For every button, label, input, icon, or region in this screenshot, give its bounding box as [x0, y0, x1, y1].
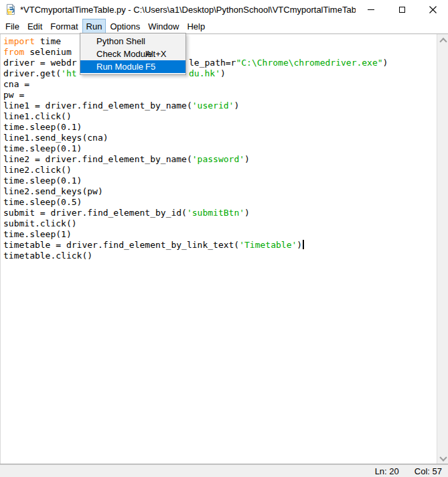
menu-item-label: Python Shell	[96, 36, 145, 46]
statusbar: Ln: 20 Col: 57	[0, 464, 448, 477]
text-cursor	[303, 240, 304, 249]
code-line: import time	[1, 36, 437, 47]
menu-item-python-shell[interactable]: Python Shell	[80, 35, 185, 48]
code-line: line1.send_keys(cna)	[1, 133, 437, 143]
menu-file[interactable]: File	[1, 19, 23, 33]
code-line: timetable = driver.find_element_by_link_…	[1, 240, 437, 251]
menu-item-shortcut: Alt+X	[145, 48, 166, 60]
code-line-tail: le_path=r"C:\Chrome\chromedriver.exe")	[189, 58, 388, 68]
code-line: driver.get('htdu.hk')	[1, 68, 437, 79]
code-line: driver = webdrle_path=r"C:\Chrome\chrome…	[1, 58, 437, 68]
menu-run[interactable]: Run	[82, 19, 106, 33]
menu-options[interactable]: Options	[106, 19, 144, 33]
menu-item-run-module[interactable]: Run Module F5	[80, 60, 185, 73]
code-line: line1 = driver.find_element_by_name('use…	[1, 100, 437, 111]
vertical-scrollbar[interactable]	[437, 34, 448, 464]
code-line: cna =	[1, 79, 437, 90]
code-line: time.sleep(0.1)	[1, 176, 437, 186]
menu-item-shortcut: F5	[145, 60, 155, 73]
code-line: line2.click()	[1, 165, 437, 176]
minimize-button[interactable]	[356, 0, 386, 19]
code-line: time.sleep(0.1)	[1, 122, 437, 133]
code-line: submit = driver.find_element_by_id('subm…	[1, 208, 437, 218]
code-line: line1.click()	[1, 111, 437, 122]
code-line: line2 = driver.find_element_by_name('pas…	[1, 154, 437, 165]
menu-item-label: Run Module	[96, 62, 143, 72]
menubar: File Edit Format Run Options Window Help	[0, 19, 448, 33]
scroll-up-icon[interactable]	[437, 34, 448, 46]
editor-area: import timefrom seleniumdriver = webdrle…	[0, 33, 448, 464]
titlebar: *VTCmyportalTimeTable.py - C:\Users\a1\D…	[0, 0, 448, 19]
code-line: time.sleep(0.5)	[1, 197, 437, 208]
idle-editor-window: *VTCmyportalTimeTable.py - C:\Users\a1\D…	[0, 0, 448, 477]
code-editor[interactable]: import timefrom seleniumdriver = webdrle…	[0, 34, 437, 464]
close-icon	[429, 6, 437, 13]
status-column-number: Col: 57	[415, 466, 442, 476]
code-line-tail: du.hk')	[189, 68, 226, 79]
close-button[interactable]	[417, 0, 448, 19]
code-line: line2.send_keys(pw)	[1, 186, 437, 197]
code-line: submit.click()	[1, 218, 437, 229]
run-menu-dropdown: Python Shell Check Module Alt+X Run Modu…	[80, 33, 186, 75]
minimize-icon	[368, 9, 374, 10]
maximize-icon	[399, 7, 405, 13]
scroll-down-icon[interactable]	[437, 452, 448, 464]
window-title: *VTCmyportalTimeTable.py - C:\Users\a1\D…	[20, 5, 356, 15]
menu-format[interactable]: Format	[46, 19, 82, 33]
python-file-icon	[5, 4, 16, 15]
menu-help[interactable]: Help	[183, 19, 209, 33]
code-line: timetable.click()	[1, 251, 437, 261]
maximize-button[interactable]	[386, 0, 417, 19]
menu-item-check-module[interactable]: Check Module Alt+X	[80, 48, 185, 60]
menu-item-label: Check Module	[96, 49, 152, 59]
code-line: from selenium	[1, 47, 437, 58]
code-line: time.sleep(1)	[1, 229, 437, 240]
code-line: pw =	[1, 90, 437, 100]
status-line-number: Ln: 20	[375, 466, 399, 476]
menu-edit[interactable]: Edit	[23, 19, 46, 33]
menu-window[interactable]: Window	[144, 19, 183, 33]
code-line: time.sleep(0.1)	[1, 143, 437, 154]
